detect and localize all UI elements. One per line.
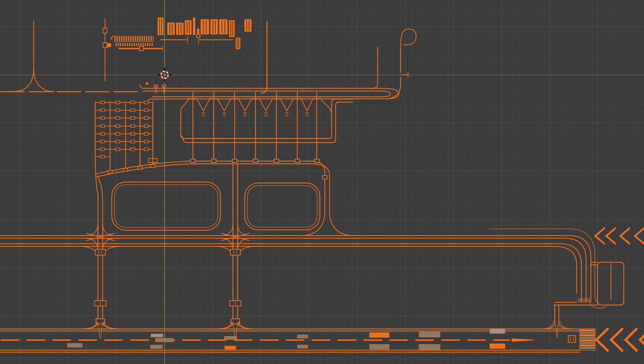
object-origin-dot[interactable] <box>146 82 149 85</box>
viewport-canvas[interactable] <box>0 0 644 364</box>
blender-3d-viewport[interactable] <box>0 0 644 364</box>
